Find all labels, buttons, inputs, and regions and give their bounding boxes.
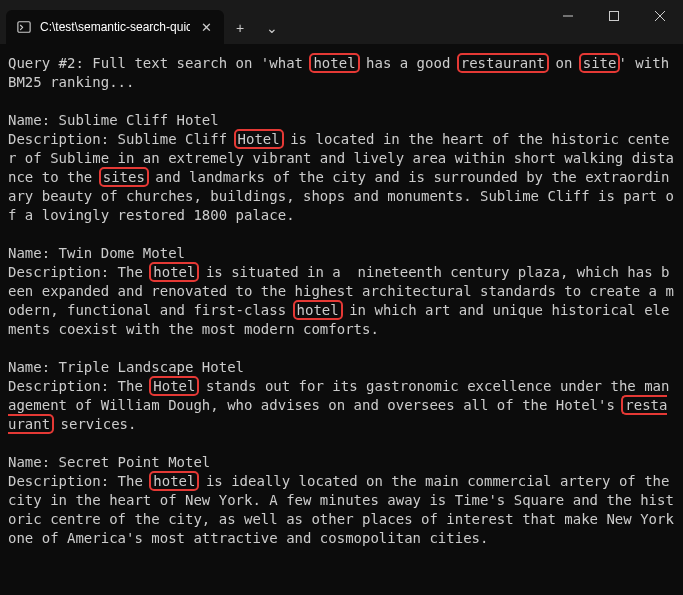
terminal-tab[interactable]: C:\test\semantic-search-quick ✕ (6, 10, 224, 44)
tab-title: C:\test\semantic-search-quick (40, 20, 190, 34)
titlebar: C:\test\semantic-search-quick ✕ + ⌄ (0, 0, 683, 44)
match-highlight: sites (99, 167, 149, 187)
result-description: Description: Sublime Cliff Hotel is loca… (8, 130, 675, 225)
query-highlight: restaurant (457, 53, 549, 73)
query-line: Query #2: Full text search on 'what hote… (8, 54, 675, 92)
new-tab-button[interactable]: + (224, 12, 256, 44)
maximize-button[interactable] (591, 0, 637, 32)
match-highlight: Hotel (149, 376, 199, 396)
result-name: Sublime Cliff Hotel (59, 112, 219, 128)
tabs-region: C:\test\semantic-search-quick ✕ + ⌄ (0, 0, 545, 44)
result-name-line: Name: Triple Landscape Hotel (8, 358, 675, 377)
result-description: Description: The hotel is ideally locate… (8, 472, 675, 548)
window-controls (545, 0, 683, 32)
match-highlight: hotel (149, 262, 199, 282)
query-highlight: site (579, 53, 621, 73)
result-name: Secret Point Motel (59, 454, 211, 470)
result-name-line: Name: Secret Point Motel (8, 453, 675, 472)
tab-close-button[interactable]: ✕ (198, 19, 214, 35)
svg-rect-2 (610, 12, 619, 21)
terminal-output[interactable]: Query #2: Full text search on 'what hote… (0, 44, 683, 577)
tab-dropdown-button[interactable]: ⌄ (256, 12, 288, 44)
result-name-line: Name: Sublime Cliff Hotel (8, 111, 675, 130)
minimize-button[interactable] (545, 0, 591, 32)
result-name-line: Name: Twin Dome Motel (8, 244, 675, 263)
query-highlight: hotel (309, 53, 359, 73)
match-highlight: hotel (293, 300, 343, 320)
result-name: Twin Dome Motel (59, 245, 185, 261)
window-close-button[interactable] (637, 0, 683, 32)
terminal-icon (16, 19, 32, 35)
result-description: Description: The hotel is situated in a … (8, 263, 675, 339)
result-description: Description: The Hotel stands out for it… (8, 377, 675, 434)
match-highlight: Hotel (234, 129, 284, 149)
match-highlight: hotel (149, 471, 199, 491)
result-name: Triple Landscape Hotel (59, 359, 244, 375)
svg-rect-0 (18, 22, 30, 33)
